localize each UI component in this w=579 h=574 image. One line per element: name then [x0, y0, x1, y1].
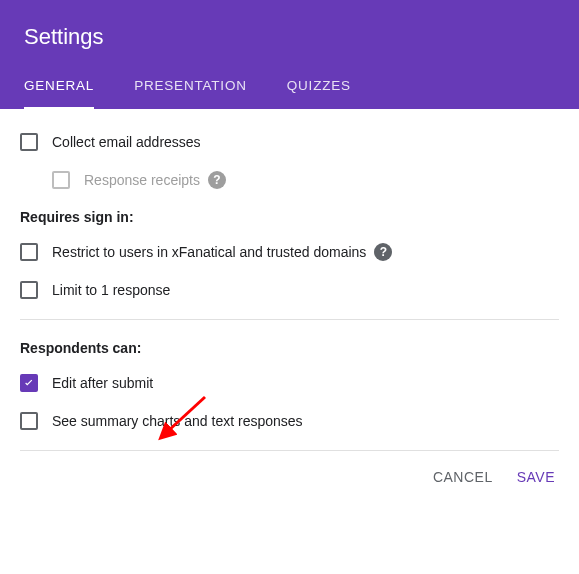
- dialog-title: Settings: [24, 24, 555, 50]
- checkbox-response-receipts: [52, 171, 70, 189]
- tab-presentation[interactable]: PRESENTATION: [134, 78, 247, 109]
- checkbox-collect-email[interactable]: [20, 133, 38, 151]
- label-collect-email: Collect email addresses: [52, 134, 201, 150]
- tabs: GENERAL PRESENTATION QUIZZES: [24, 78, 555, 109]
- label-edit-after-submit: Edit after submit: [52, 375, 153, 391]
- footer: CANCEL SAVE: [0, 451, 579, 503]
- help-icon[interactable]: ?: [208, 171, 226, 189]
- help-icon[interactable]: ?: [374, 243, 392, 261]
- section-requires-signin: Requires sign in:: [20, 209, 559, 225]
- cancel-button[interactable]: CANCEL: [433, 469, 493, 485]
- tab-quizzes[interactable]: QUIZZES: [287, 78, 351, 109]
- label-see-summary: See summary charts and text responses: [52, 413, 303, 429]
- section-respondents-can: Respondents can:: [20, 340, 559, 356]
- checkbox-limit-one[interactable]: [20, 281, 38, 299]
- content: Collect email addresses Response receipt…: [0, 109, 579, 451]
- label-response-receipts: Response receipts: [84, 172, 200, 188]
- divider: [20, 319, 559, 320]
- checkbox-see-summary[interactable]: [20, 412, 38, 430]
- dialog-header: Settings GENERAL PRESENTATION QUIZZES: [0, 0, 579, 109]
- label-limit-one: Limit to 1 response: [52, 282, 170, 298]
- tab-general[interactable]: GENERAL: [24, 78, 94, 110]
- label-restrict-domain: Restrict to users in xFanatical and trus…: [52, 244, 366, 260]
- save-button[interactable]: SAVE: [517, 469, 555, 485]
- checkbox-restrict-domain[interactable]: [20, 243, 38, 261]
- checkbox-edit-after-submit[interactable]: [20, 374, 38, 392]
